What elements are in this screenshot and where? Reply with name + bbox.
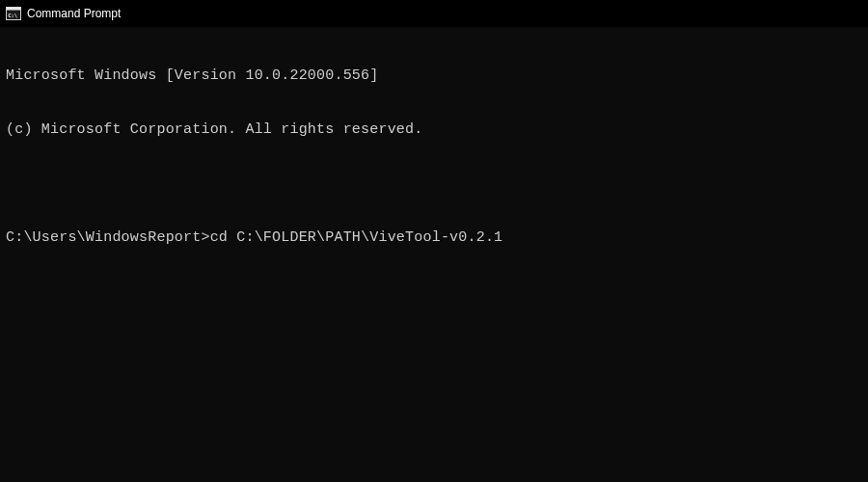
terminal-output[interactable]: Microsoft Windows [Version 10.0.22000.55… [0, 27, 868, 270]
command-input[interactable]: cd C:\FOLDER\PATH\ViveTool-v0.2.1 [210, 229, 503, 248]
window-title: Command Prompt [27, 7, 121, 20]
output-line [6, 175, 862, 194]
prompt-line: C:\Users\WindowsReport>cd C:\FOLDER\PATH… [6, 229, 862, 248]
prompt-path: C:\Users\WindowsReport> [6, 229, 210, 248]
svg-text:C:\: C:\ [8, 13, 18, 18]
output-line: Microsoft Windows [Version 10.0.22000.55… [6, 67, 862, 86]
window-titlebar[interactable]: C:\ Command Prompt [0, 0, 868, 27]
output-line: (c) Microsoft Corporation. All rights re… [6, 121, 862, 140]
svg-rect-1 [7, 8, 21, 11]
cmd-icon: C:\ [6, 6, 21, 21]
